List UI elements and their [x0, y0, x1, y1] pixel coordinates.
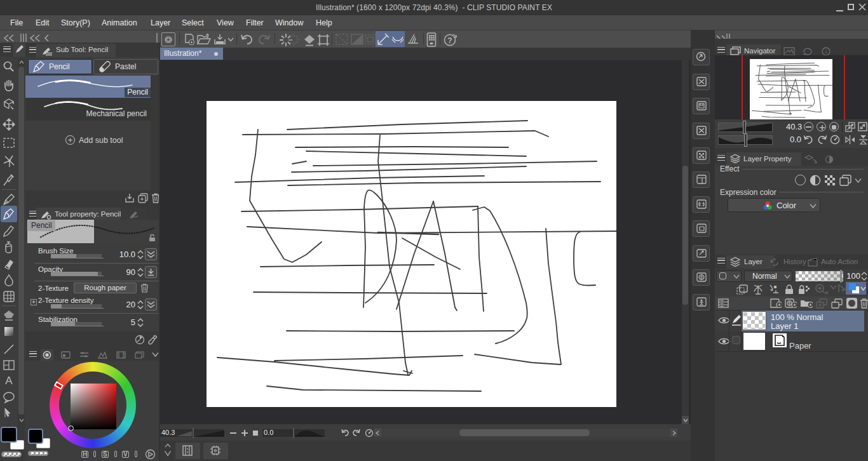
- svg-text:?: ?: [447, 36, 452, 45]
